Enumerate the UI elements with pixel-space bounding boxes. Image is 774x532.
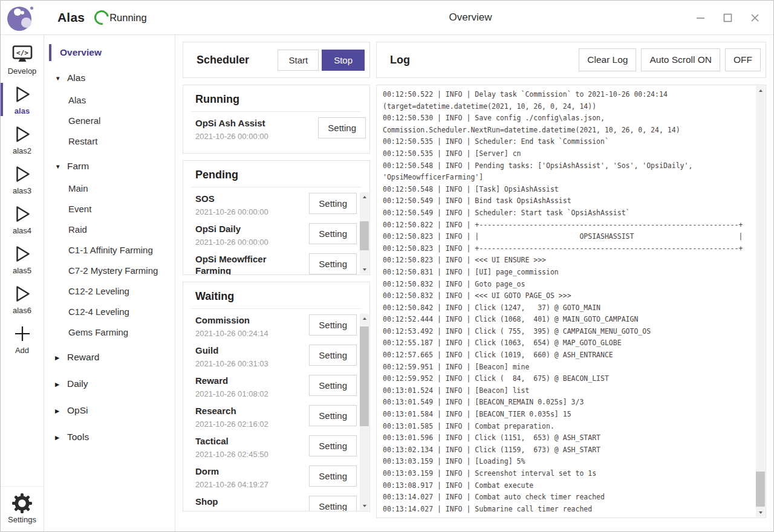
title-bar: Alas Running Overview bbox=[1, 1, 773, 35]
scroll-thumb[interactable] bbox=[756, 472, 765, 507]
scroll-down-icon[interactable] bbox=[756, 508, 765, 517]
task-name: OpSi Ash Assist bbox=[195, 117, 310, 129]
log-title: Log bbox=[390, 54, 574, 66]
log-line: 00:12:50.842 | INFO | Click (1247, 37) @… bbox=[383, 302, 756, 314]
setting-button[interactable]: Setting bbox=[309, 253, 357, 274]
setting-button[interactable]: Setting bbox=[309, 193, 357, 214]
caret-right-icon: ▶ bbox=[55, 354, 62, 361]
scroll-up-icon[interactable] bbox=[756, 86, 765, 95]
log-line: 00:12:50.549 | INFO | Bind task OpsiAshA… bbox=[383, 195, 756, 207]
sidebar-item-develop[interactable]: </>Develop bbox=[1, 40, 44, 79]
setting-button[interactable]: Setting bbox=[309, 496, 357, 511]
auto-scroll-on-button[interactable]: Auto Scroll ON bbox=[641, 48, 720, 71]
play-icon bbox=[13, 284, 32, 304]
scroll-down-icon[interactable] bbox=[360, 265, 369, 274]
scroll-up-icon[interactable] bbox=[360, 192, 369, 201]
sidebar-item-label: Add bbox=[15, 346, 29, 355]
auto-scroll-off-button[interactable]: OFF bbox=[725, 48, 761, 71]
nav-item-c1-1-affinity-farming[interactable]: C1-1 Affinity Farming bbox=[44, 239, 175, 260]
task-name: Tactical bbox=[195, 435, 301, 447]
scroll-thumb[interactable] bbox=[360, 326, 369, 426]
sidebar-item-alas[interactable]: alas bbox=[1, 80, 44, 119]
setting-button[interactable]: Setting bbox=[309, 223, 357, 244]
nav-group-opsi[interactable]: ▶OpSi bbox=[44, 399, 175, 422]
scheduler-status-text: Running bbox=[109, 12, 146, 24]
setting-button[interactable]: Setting bbox=[309, 375, 357, 396]
waiting-scrollbar[interactable] bbox=[360, 314, 369, 510]
nav-item-c12-2-leveling[interactable]: C12-2 Leveling bbox=[44, 281, 175, 301]
nav-group-farm[interactable]: ▼Farm bbox=[44, 155, 175, 178]
scroll-thumb[interactable] bbox=[360, 221, 369, 250]
sidebar-item-alas5[interactable]: alas5 bbox=[1, 239, 44, 279]
nav-item-raid[interactable]: Raid bbox=[44, 219, 175, 239]
sidebar-item-settings[interactable]: Settings bbox=[1, 486, 44, 528]
task-row: Tactical2021-10-26 02:45:50Setting bbox=[195, 430, 360, 460]
nav-sidebar: Overview ▼AlasAlasGeneralRestart▼FarmMai… bbox=[44, 35, 175, 531]
maximize-icon[interactable] bbox=[714, 5, 741, 30]
nav-item-restart[interactable]: Restart bbox=[44, 131, 175, 151]
log-line: (target=datetime.datetime(2021, 10, 26, … bbox=[383, 101, 756, 113]
log-scrollbar[interactable] bbox=[756, 86, 765, 517]
close-icon[interactable] bbox=[741, 5, 769, 30]
task-info: Dorm2021-10-26 04:19:27 bbox=[195, 465, 309, 489]
setting-button[interactable]: Setting bbox=[309, 405, 357, 426]
nav-item-overview[interactable]: Overview bbox=[44, 42, 175, 63]
nav-group-tools[interactable]: ▶Tools bbox=[44, 426, 175, 449]
task-info: OpSi Daily2021-10-26 00:00:00 bbox=[195, 223, 309, 247]
nav-item-c7-2-mystery-farming[interactable]: C7-2 Mystery Farming bbox=[44, 260, 175, 281]
task-name: SOS bbox=[195, 193, 301, 204]
setting-button[interactable]: Setting bbox=[309, 465, 357, 487]
task-info: Research2021-10-26 02:16:02 bbox=[195, 405, 309, 429]
log-line: 00:12:55.187 | INFO | Click (1063, 654) … bbox=[383, 337, 756, 349]
scroll-down-icon[interactable] bbox=[360, 501, 369, 510]
pending-scrollbar[interactable] bbox=[360, 192, 369, 274]
task-info: Shop bbox=[195, 496, 309, 507]
task-next-run: 2021-10-26 00:00:00 bbox=[195, 132, 310, 141]
task-next-run: 2021-10-26 00:00:00 bbox=[195, 207, 301, 216]
sidebar-item-alas2[interactable]: alas2 bbox=[1, 120, 44, 159]
start-button[interactable]: Start bbox=[278, 50, 319, 71]
log-line: 00:13:03.159 | INFO | Screenshot interva… bbox=[383, 468, 756, 480]
sidebar-item-label: alas2 bbox=[13, 146, 31, 155]
setting-button[interactable]: Setting bbox=[309, 314, 357, 336]
play-icon bbox=[13, 84, 32, 105]
task-name: Shop bbox=[195, 496, 301, 507]
caret-right-icon: ▶ bbox=[55, 381, 62, 388]
nav-item-main[interactable]: Main bbox=[44, 178, 175, 198]
minimize-icon[interactable] bbox=[687, 5, 714, 30]
nav-item-c12-4-leveling[interactable]: C12-4 Leveling bbox=[44, 301, 175, 322]
nav-item-alas[interactable]: Alas bbox=[44, 89, 175, 110]
nav-group-daily[interactable]: ▶Daily bbox=[44, 372, 175, 395]
clear-log-button[interactable]: Clear Log bbox=[579, 48, 636, 71]
nav-item-gems-farming[interactable]: Gems Farming bbox=[44, 322, 175, 342]
stop-button[interactable]: Stop bbox=[322, 50, 365, 71]
task-row: Guild2021-10-26 00:31:03Setting bbox=[195, 339, 360, 369]
nav-group-reward[interactable]: ▶Reward bbox=[44, 346, 175, 369]
nav-group-label: Daily bbox=[67, 378, 88, 389]
sidebar-item-label: alas4 bbox=[13, 226, 31, 235]
log-line: 00:12:50.822 | INFO | +-----------------… bbox=[383, 219, 756, 232]
icon-sidebar-items: </>Developalasalas2alas3alas4alas5alas6A… bbox=[1, 40, 44, 359]
sidebar-item-alas6[interactable]: alas6 bbox=[1, 279, 44, 319]
scroll-up-icon[interactable] bbox=[360, 314, 369, 323]
nav-item-event[interactable]: Event bbox=[44, 198, 175, 219]
task-info: Reward2021-10-26 01:08:02 bbox=[195, 375, 309, 398]
nav-group-alas[interactable]: ▼Alas bbox=[44, 66, 175, 89]
log-line: 00:12:50.832 | INFO | <<< UI GOTO PAGE_O… bbox=[383, 290, 756, 302]
setting-button[interactable]: Setting bbox=[309, 435, 357, 456]
setting-button[interactable]: Setting bbox=[309, 345, 357, 366]
nav-menu-groups: ▼AlasAlasGeneralRestart▼FarmMainEventRai… bbox=[44, 66, 175, 449]
task-name: Guild bbox=[195, 345, 301, 356]
task-next-run: 2021-10-26 00:24:14 bbox=[195, 329, 301, 338]
gear-icon bbox=[12, 493, 32, 513]
nav-group-label: OpSi bbox=[67, 405, 88, 416]
task-name: OpSi Meowfficer Farming bbox=[195, 253, 301, 274]
nav-item-general[interactable]: General bbox=[44, 110, 175, 131]
sidebar-item-add[interactable]: Add bbox=[1, 319, 44, 358]
log-line: 00:13:01.585 | INFO | Combat preparation… bbox=[383, 421, 756, 433]
setting-button[interactable]: Setting bbox=[318, 117, 366, 138]
sidebar-item-label: alas bbox=[15, 106, 30, 115]
task-row: Commission2021-10-26 00:24:14Setting bbox=[195, 309, 360, 339]
sidebar-item-alas3[interactable]: alas3 bbox=[1, 160, 44, 199]
sidebar-item-alas4[interactable]: alas4 bbox=[1, 199, 44, 239]
